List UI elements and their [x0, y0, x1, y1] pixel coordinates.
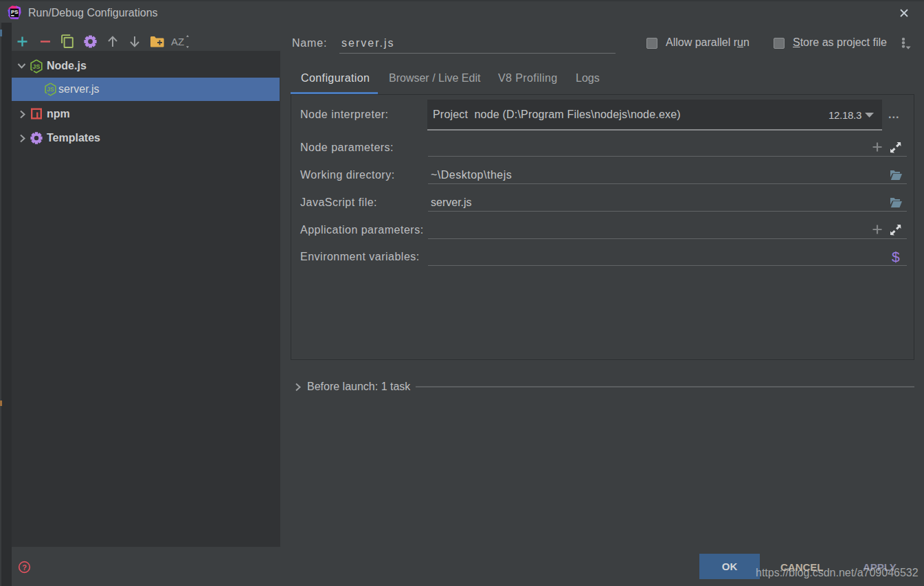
- svg-text:AZ: AZ: [171, 36, 184, 47]
- svg-text:JS: JS: [32, 63, 40, 70]
- svg-text:JS: JS: [47, 86, 54, 93]
- svg-text:?: ?: [22, 563, 27, 572]
- svg-text:PS: PS: [11, 9, 18, 15]
